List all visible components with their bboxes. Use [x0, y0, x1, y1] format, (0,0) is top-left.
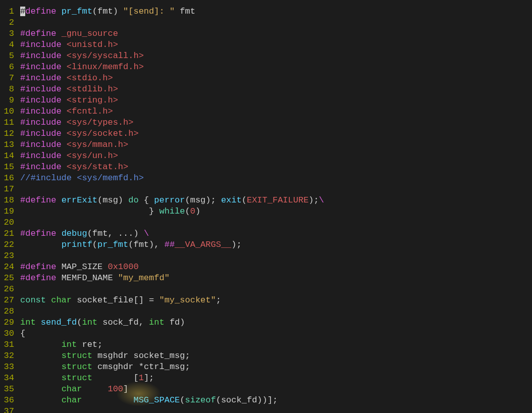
line-number: 21 — [0, 228, 16, 239]
token-punct: ( — [185, 195, 190, 205]
code-line[interactable]: #define MAP_SIZE 0x1000 — [20, 262, 324, 273]
code-line[interactable]: printf(pr_fmt(fmt), ##__VA_ARGS__); — [20, 239, 324, 250]
line-number: 27 — [0, 295, 16, 306]
code-line[interactable]: } while(0) — [20, 206, 324, 217]
code-line[interactable]: //#include <sys/memfd.h> — [20, 173, 324, 184]
code-line[interactable]: struct [1]; — [20, 373, 324, 384]
token-preproc: #define — [20, 29, 62, 38]
token-ident — [20, 240, 62, 249]
token-punct: ( — [87, 229, 92, 238]
token-ident: MEMFD_NAME — [62, 273, 118, 283]
token-preproc: #include — [20, 95, 67, 105]
code-line[interactable]: char MSG_SPACE(sizeof(sock_fd))]; — [20, 395, 324, 406]
code-line[interactable]: #include <unistd.h> — [20, 39, 324, 50]
token-ident: msg — [102, 195, 118, 205]
token-number: 0 — [190, 206, 195, 216]
code-line[interactable]: #include <sys/stat.h> — [20, 162, 324, 173]
line-number: 19 — [0, 206, 16, 217]
token-preproc: #include — [20, 40, 67, 49]
code-line[interactable]: { — [20, 328, 324, 339]
token-punct: ))]; — [257, 395, 278, 405]
code-line[interactable] — [20, 250, 324, 262]
token-type: int — [62, 340, 77, 349]
code-line[interactable]: const char socket_file[] = "my_socket"; — [20, 295, 324, 306]
code-line[interactable] — [20, 284, 324, 295]
line-number: 34 — [0, 373, 16, 384]
token-header: <unistd.h> — [67, 40, 118, 49]
token-ident: msghdr socket_msg — [92, 351, 185, 360]
code-line[interactable]: #include <sys/socket.h> — [20, 128, 324, 139]
token-punct: { — [139, 195, 154, 205]
token-keyword: while — [159, 206, 185, 216]
token-keyword: do — [128, 195, 138, 205]
token-type: char — [62, 395, 82, 405]
code-line[interactable]: #define debug(fmt, ...) \ — [20, 228, 324, 239]
code-line[interactable] — [20, 184, 324, 195]
code-line[interactable]: #define MEMFD_NAME "my_memfd" — [20, 273, 324, 284]
code-line[interactable]: #include <fcntl.h> — [20, 106, 324, 117]
code-line[interactable]: #include <stdio.h> — [20, 73, 324, 84]
token-type: struct — [62, 373, 92, 383]
token-ident — [92, 373, 134, 383]
code-line[interactable]: #define pr_fmt(fmt) "[send]: " fmt — [20, 6, 324, 17]
token-keyword: const — [20, 295, 51, 305]
code-line[interactable]: #include <sys/un.h> — [20, 150, 324, 162]
code-line[interactable] — [20, 406, 324, 413]
token-ident: socket_file — [72, 295, 133, 305]
token-header: <fcntl.h> — [67, 107, 113, 116]
token-preproc: #define — [20, 273, 62, 283]
line-number: 4 — [0, 39, 16, 50]
token-ident — [36, 318, 41, 327]
code-line[interactable] — [20, 217, 324, 228]
token-preproc: #include — [20, 84, 67, 94]
line-number: 32 — [0, 350, 16, 362]
token-punct: { — [20, 329, 25, 338]
token-punct: ( — [77, 318, 82, 327]
code-line[interactable]: #include <linux/memfd.h> — [20, 62, 324, 73]
line-number-gutter: 1234567891011121314151617181920212223242… — [0, 6, 16, 413]
line-number: 31 — [0, 339, 16, 350]
token-preproc: #include — [20, 62, 67, 72]
code-editor[interactable]: 1234567891011121314151617181920212223242… — [0, 0, 532, 413]
token-keyword: sizeof — [185, 395, 216, 405]
code-line[interactable]: char 100] — [20, 384, 324, 395]
line-number: 20 — [0, 217, 16, 228]
token-punct: ); — [205, 195, 221, 205]
code-line[interactable]: #include <sys/mman.h> — [20, 139, 324, 150]
code-line[interactable]: #include <string.h> — [20, 95, 324, 106]
line-number: 15 — [0, 162, 16, 173]
code-line[interactable]: int send_fd(int sock_fd, int fd) — [20, 317, 324, 328]
code-line[interactable]: struct cmsghdr *ctrl_msg; — [20, 362, 324, 373]
token-func: pr_fmt — [62, 7, 92, 16]
code-line[interactable]: #include <stdlib.h> — [20, 84, 324, 95]
token-punct: } — [149, 206, 159, 216]
token-type: char — [51, 295, 72, 305]
token-func: send_fd — [41, 318, 77, 327]
code-line[interactable]: struct msghdr socket_msg; — [20, 350, 324, 362]
token-func: debug — [62, 229, 87, 238]
token-type: struct — [62, 362, 92, 372]
code-line[interactable]: #include <sys/types.h> — [20, 117, 324, 128]
line-number: 10 — [0, 106, 16, 117]
token-punct: ) — [118, 195, 128, 205]
code-line[interactable]: #define _gnu_source — [20, 28, 324, 39]
token-func: pr_fmt — [97, 240, 128, 249]
token-ident — [20, 373, 62, 383]
token-punct: ( — [92, 7, 97, 16]
code-area[interactable]: #define pr_fmt(fmt) "[send]: " fmt #defi… — [16, 6, 324, 413]
token-ident: fd — [165, 318, 180, 327]
token-punct: , — [139, 318, 149, 327]
code-line[interactable]: int ret; — [20, 339, 324, 350]
code-line[interactable] — [20, 17, 324, 28]
token-punct: ) — [195, 206, 200, 216]
line-number: 18 — [0, 195, 16, 206]
code-line[interactable] — [20, 306, 324, 317]
token-func: errExit — [62, 195, 97, 205]
line-number: 13 — [0, 139, 16, 150]
code-line[interactable]: #define errExit(msg) do { perror(msg); e… — [20, 195, 324, 206]
token-comment: //#include <sys/memfd.h> — [20, 173, 144, 183]
line-number: 23 — [0, 250, 16, 262]
code-line[interactable]: #include <sys/syscall.h> — [20, 50, 324, 62]
token-ident — [20, 351, 62, 360]
token-preproc: ## — [165, 240, 175, 249]
